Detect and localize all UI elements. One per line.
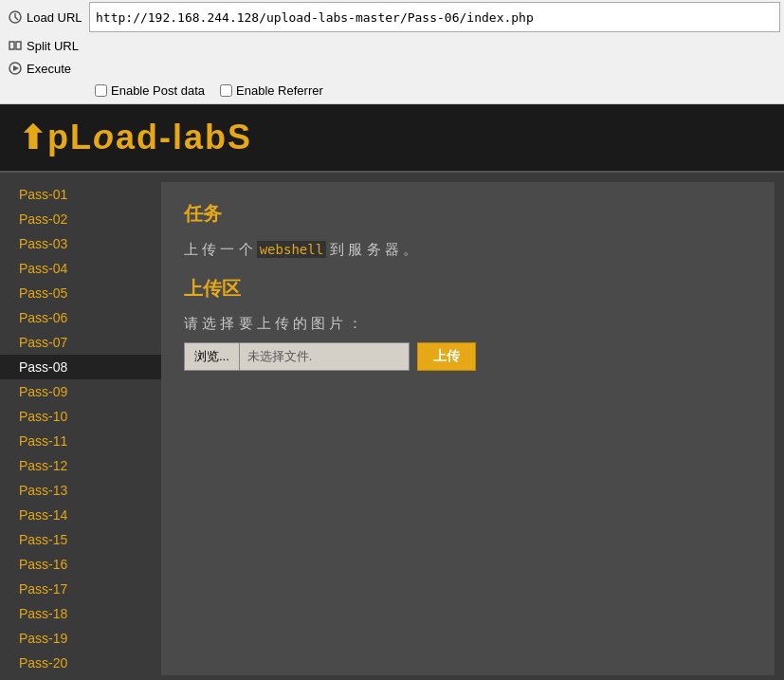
upload-row: 浏览... 未选择文件. 上传 xyxy=(184,342,752,371)
sidebar-item-pass-02[interactable]: Pass-02 xyxy=(0,207,161,231)
upload-button[interactable]: 上传 xyxy=(417,342,476,371)
enable-post-checkbox[interactable] xyxy=(95,84,107,97)
task-text: 上 传 一 个 webshell 到 服 务 器 。 xyxy=(184,238,752,261)
task-suffix: 到 服 务 器 。 xyxy=(326,241,417,257)
sidebar-item-pass-17[interactable]: Pass-17 xyxy=(0,577,161,601)
sidebar: Pass-01Pass-02Pass-03Pass-04Pass-05Pass-… xyxy=(0,173,161,680)
execute-button[interactable]: Execute xyxy=(4,59,89,78)
sidebar-item-pass-10[interactable]: Pass-10 xyxy=(0,404,161,429)
sidebar-item-pass-12[interactable]: Pass-12 xyxy=(0,453,161,478)
sidebar-item-pass-08[interactable]: Pass-08 xyxy=(0,355,161,379)
toolbar-execute-row: Execute xyxy=(0,57,784,80)
file-name-display: 未选择文件. xyxy=(239,342,410,371)
sidebar-item-pass-07[interactable]: Pass-07 xyxy=(0,330,161,355)
sidebar-item-pass-19[interactable]: Pass-19 xyxy=(0,626,161,651)
logo-bar: ⬆pLoad-labS xyxy=(0,104,784,173)
split-url-icon xyxy=(8,38,23,53)
sidebar-item-pass-20[interactable]: Pass-20 xyxy=(0,651,161,675)
task-title: 任务 xyxy=(184,201,752,227)
sidebar-item-pass-14[interactable]: Pass-14 xyxy=(0,503,161,527)
content-area: 任务 上 传 一 个 webshell 到 服 务 器 。 上传区 请 选 择 … xyxy=(161,182,775,675)
main-layout: Pass-01Pass-02Pass-03Pass-04Pass-05Pass-… xyxy=(0,173,784,680)
upload-section-title: 上传区 xyxy=(184,276,752,302)
enable-post-label[interactable]: Enable Post data xyxy=(95,83,205,98)
sidebar-item-pass-16[interactable]: Pass-16 xyxy=(0,552,161,577)
split-url-label: Split URL xyxy=(27,39,79,53)
sidebar-item-pass-03[interactable]: Pass-03 xyxy=(0,231,161,256)
split-url-button[interactable]: Split URL xyxy=(4,36,89,55)
sidebar-item-pass-05[interactable]: Pass-05 xyxy=(0,281,161,305)
load-url-label: Load URL xyxy=(27,10,82,25)
toolbar-top-row: Load URL xyxy=(0,0,784,34)
enable-referrer-label[interactable]: Enable Referrer xyxy=(220,83,323,98)
toolbar-split-row: Split URL xyxy=(0,34,784,57)
sidebar-item-pass-01[interactable]: Pass-01 xyxy=(0,182,161,207)
logo-text: ⬆pLoad-labS xyxy=(19,118,765,157)
execute-icon xyxy=(8,61,23,76)
webshell-highlight: webshell xyxy=(257,241,326,258)
execute-label: Execute xyxy=(27,62,71,76)
sidebar-item-pass-04[interactable]: Pass-04 xyxy=(0,256,161,281)
sidebar-item-pass-15[interactable]: Pass-15 xyxy=(0,527,161,552)
task-prefix: 上 传 一 个 xyxy=(184,241,257,257)
sidebar-item-pass-11[interactable]: Pass-11 xyxy=(0,429,161,453)
svg-rect-2 xyxy=(16,42,21,49)
sidebar-item-pass-06[interactable]: Pass-06 xyxy=(0,305,161,330)
load-url-button[interactable]: Load URL xyxy=(4,8,89,27)
upload-label: 请 选 择 要 上 传 的 图 片 ： xyxy=(184,315,752,333)
checkboxes-row: Enable Post data Enable Referrer xyxy=(0,80,784,103)
enable-referrer-checkbox[interactable] xyxy=(220,84,232,97)
svg-rect-1 xyxy=(9,42,14,49)
url-input[interactable] xyxy=(89,2,780,32)
sidebar-item-pass-18[interactable]: Pass-18 xyxy=(0,601,161,626)
toolbar: Load URL Split URL Execute xyxy=(0,0,784,104)
load-url-icon xyxy=(8,9,23,25)
browse-button[interactable]: 浏览... xyxy=(184,342,239,371)
sidebar-item-pass-09[interactable]: Pass-09 xyxy=(0,379,161,404)
svg-marker-4 xyxy=(13,65,19,71)
sidebar-item-pass-13[interactable]: Pass-13 xyxy=(0,478,161,503)
